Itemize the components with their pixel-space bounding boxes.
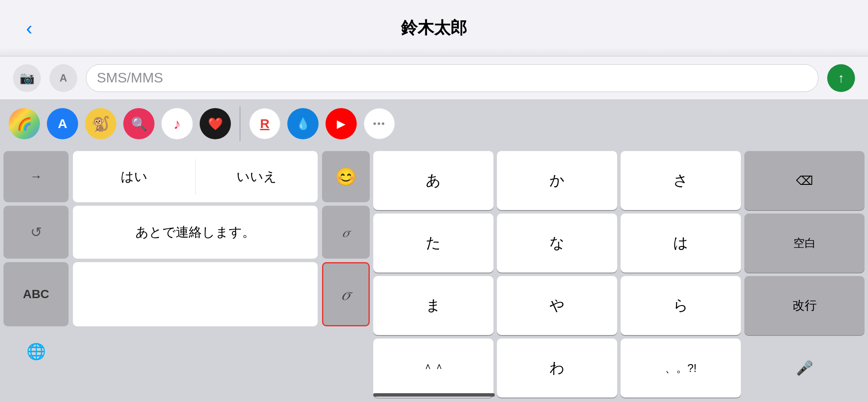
suggestion-long[interactable]: あとで連絡します。 bbox=[73, 206, 318, 259]
kana-dakuten[interactable]: ＾＾ bbox=[373, 339, 493, 398]
kana-ha[interactable]: は bbox=[621, 214, 741, 273]
undo-key[interactable]: ↺ bbox=[3, 206, 69, 259]
more-app-icon[interactable]: ••• bbox=[364, 108, 395, 139]
r-icon: R bbox=[260, 116, 270, 131]
send-button[interactable]: ↑ bbox=[827, 64, 855, 92]
header: ‹ 鈴木太郎 bbox=[0, 0, 868, 56]
search-app-icon[interactable]: 🔍 bbox=[123, 108, 155, 139]
app-icons-row: 🌈 A 🐒 🔍 ♪ ❤️ R 💧 ▶ ••• bbox=[0, 100, 868, 148]
back-button[interactable]: ‹ bbox=[26, 17, 33, 39]
keyboard: → はい いいえ 😊 ↺ あとで連絡します。 𝜎 ABC 𝜎 bbox=[0, 148, 868, 401]
suggestion-hai[interactable]: はい bbox=[73, 159, 196, 194]
handwriting-icon-bottom: 𝜎 bbox=[342, 284, 351, 304]
emoji-key[interactable]: 😊 bbox=[322, 151, 370, 202]
music-app-icon[interactable]: ♪ bbox=[161, 108, 193, 139]
suggestions-block: はい いいえ bbox=[73, 151, 318, 202]
music-icon: ♪ bbox=[174, 115, 181, 132]
kana-na[interactable]: な bbox=[497, 214, 617, 273]
kana-wa[interactable]: わ bbox=[497, 339, 617, 398]
globe-key[interactable]: 🌐 bbox=[3, 342, 69, 361]
empty-area bbox=[73, 262, 318, 326]
youtube-app-icon[interactable]: ▶ bbox=[326, 108, 357, 139]
home-indicator bbox=[373, 393, 495, 397]
kana-sa[interactable]: さ bbox=[621, 151, 741, 210]
kana-ka[interactable]: か bbox=[497, 151, 617, 210]
handwriting-key-top[interactable]: 𝜎 bbox=[322, 206, 370, 259]
dropbox-app-icon[interactable]: 💧 bbox=[287, 108, 319, 139]
keyboard-row4: 🌐 bbox=[0, 330, 373, 373]
kana-row-1: あ か さ ⌫ bbox=[373, 151, 865, 210]
monkey-icon: 🐒 bbox=[92, 115, 110, 132]
keyboard-row3: ABC 𝜎 bbox=[0, 260, 373, 330]
keyboard-left: → はい いいえ 😊 ↺ あとで連絡します。 𝜎 ABC 𝜎 bbox=[0, 148, 373, 401]
r-app-icon[interactable]: R bbox=[249, 108, 280, 139]
keyboard-right: あ か さ ⌫ た な は 空白 ま や ら 改行 ＾＾ わ 、。?! 🎤 bbox=[373, 148, 868, 401]
message-placeholder: SMS/MMS bbox=[97, 70, 163, 86]
abc-key[interactable]: ABC bbox=[3, 262, 69, 326]
heart-app-icon[interactable]: ❤️ bbox=[200, 108, 231, 139]
page-title: 鈴木太郎 bbox=[401, 17, 467, 39]
appstore-button[interactable]: A bbox=[49, 64, 77, 92]
kana-a[interactable]: あ bbox=[373, 151, 493, 210]
kana-row-4: ＾＾ わ 、。?! 🎤 bbox=[373, 339, 865, 398]
appstore-app-icon-label: A bbox=[58, 116, 67, 131]
appstore-icon: A bbox=[59, 72, 67, 84]
handwriting-icon-top: 𝜎 bbox=[342, 224, 350, 240]
message-input[interactable]: SMS/MMS bbox=[86, 64, 819, 92]
keyboard-row2: ↺ あとで連絡します。 𝜎 bbox=[0, 204, 373, 260]
search-icon: 🔍 bbox=[131, 116, 147, 131]
monkey-app-icon[interactable]: 🐒 bbox=[85, 108, 116, 139]
photos-icon: 🌈 bbox=[17, 117, 32, 131]
arrow-key[interactable]: → bbox=[3, 151, 69, 202]
space-key[interactable]: 空白 bbox=[744, 214, 865, 273]
more-icon: ••• bbox=[373, 118, 385, 129]
delete-key[interactable]: ⌫ bbox=[744, 151, 865, 210]
heart-icon: ❤️ bbox=[208, 117, 223, 131]
suggestion-iie[interactable]: いいえ bbox=[196, 159, 318, 194]
appstore-app-icon[interactable]: A bbox=[47, 108, 78, 139]
photos-app-icon[interactable]: 🌈 bbox=[9, 108, 40, 139]
globe-icon: 🌐 bbox=[26, 342, 46, 361]
handwriting-key-bottom[interactable]: 𝜎 bbox=[322, 262, 370, 326]
kana-ra[interactable]: ら bbox=[621, 276, 741, 335]
mic-key[interactable]: 🎤 bbox=[744, 339, 865, 398]
divider bbox=[240, 106, 240, 141]
kana-ma[interactable]: ま bbox=[373, 276, 493, 335]
input-bar: 📷 A SMS/MMS ↑ bbox=[0, 56, 868, 100]
kana-ta[interactable]: た bbox=[373, 214, 493, 273]
send-icon: ↑ bbox=[838, 71, 845, 85]
kana-ya[interactable]: や bbox=[497, 276, 617, 335]
kana-row-2: た な は 空白 bbox=[373, 214, 865, 273]
keyboard-row1: → はい いいえ 😊 bbox=[0, 148, 373, 204]
return-key[interactable]: 改行 bbox=[744, 276, 865, 335]
emoji-icon: 😊 bbox=[335, 167, 357, 187]
camera-button[interactable]: 📷 bbox=[13, 64, 41, 92]
kana-row-3: ま や ら 改行 bbox=[373, 276, 865, 335]
dropbox-icon: 💧 bbox=[296, 117, 310, 131]
camera-icon: 📷 bbox=[20, 71, 35, 85]
kana-punctuation[interactable]: 、。?! bbox=[621, 339, 741, 398]
youtube-icon: ▶ bbox=[337, 117, 345, 131]
